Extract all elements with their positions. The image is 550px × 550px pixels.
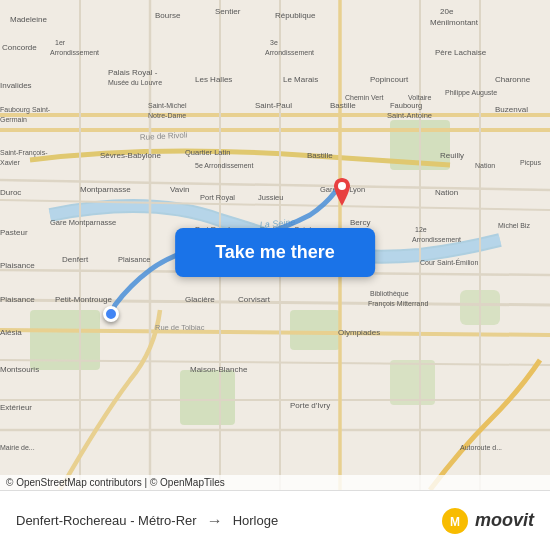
svg-text:Olympiades: Olympiades	[338, 328, 380, 337]
svg-text:Montparnasse: Montparnasse	[80, 185, 131, 194]
svg-text:Buzenval: Buzenval	[495, 105, 528, 114]
bottom-bar: Denfert-Rochereau - Métro-Rer → Horloge …	[0, 490, 550, 550]
svg-text:Extérieur: Extérieur	[0, 403, 32, 412]
take-me-there-button[interactable]: Take me there	[175, 228, 375, 277]
svg-text:Popincourt: Popincourt	[370, 75, 409, 84]
svg-text:5e Arrondissement: 5e Arrondissement	[195, 162, 253, 169]
svg-text:Porte d'Ivry: Porte d'Ivry	[290, 401, 330, 410]
svg-text:Concorde: Concorde	[2, 43, 37, 52]
svg-text:Pasteur: Pasteur	[0, 228, 28, 237]
svg-text:Nation: Nation	[435, 188, 458, 197]
svg-text:Plaisance: Plaisance	[0, 261, 35, 270]
svg-point-104	[338, 182, 346, 190]
svg-text:Montsouris: Montsouris	[0, 365, 39, 374]
svg-text:Notre-Dame: Notre-Dame	[148, 112, 186, 119]
svg-text:Petit-Montrouge: Petit-Montrouge	[55, 295, 112, 304]
svg-text:Arrondissement: Arrondissement	[265, 49, 314, 56]
svg-text:Jussieu: Jussieu	[258, 193, 283, 202]
svg-text:Michel Biz: Michel Biz	[498, 222, 530, 229]
svg-text:Quartier Latin: Quartier Latin	[185, 148, 230, 157]
moovit-logo: M moovit	[441, 507, 534, 535]
svg-text:Glacière: Glacière	[185, 295, 215, 304]
svg-text:Duroc: Duroc	[0, 188, 21, 197]
svg-text:Le Marais: Le Marais	[283, 75, 318, 84]
svg-text:12e: 12e	[415, 226, 427, 233]
svg-text:Denfert: Denfert	[62, 255, 89, 264]
svg-text:Bourse: Bourse	[155, 11, 181, 20]
svg-text:Sèvres-Babylone: Sèvres-Babylone	[100, 151, 161, 160]
svg-text:Père Lachaise: Père Lachaise	[435, 48, 487, 57]
svg-text:Xavier: Xavier	[0, 159, 21, 166]
svg-text:Maison-Blanche: Maison-Blanche	[190, 365, 248, 374]
svg-text:Gare Montparnasse: Gare Montparnasse	[50, 218, 116, 227]
svg-text:Palais Royal -: Palais Royal -	[108, 68, 158, 77]
svg-text:Charonne: Charonne	[495, 75, 531, 84]
svg-text:Sentier: Sentier	[215, 7, 241, 16]
svg-rect-4	[290, 310, 340, 350]
svg-text:Plaisance: Plaisance	[118, 255, 151, 264]
svg-text:Madeleine: Madeleine	[10, 15, 47, 24]
svg-text:Alésia: Alésia	[0, 328, 22, 337]
svg-text:Arrondissement: Arrondissement	[412, 236, 461, 243]
svg-text:Faubourg: Faubourg	[390, 101, 422, 110]
svg-text:Corvisart: Corvisart	[238, 295, 271, 304]
svg-text:Bastille: Bastille	[330, 101, 356, 110]
svg-text:Bastille: Bastille	[307, 151, 333, 160]
svg-text:Reuilly: Reuilly	[440, 151, 464, 160]
svg-text:Musée du Louvre: Musée du Louvre	[108, 79, 162, 86]
svg-text:Les Halles: Les Halles	[195, 75, 232, 84]
svg-text:Plaisance: Plaisance	[0, 295, 35, 304]
svg-text:Germain: Germain	[0, 116, 27, 123]
svg-text:Cour Saint-Émilion: Cour Saint-Émilion	[420, 258, 478, 266]
svg-text:3e: 3e	[270, 39, 278, 46]
svg-text:Mairie de...: Mairie de...	[0, 444, 35, 451]
route-info: Denfert-Rochereau - Métro-Rer → Horloge	[16, 512, 441, 530]
svg-text:Faubourg Saint-: Faubourg Saint-	[0, 106, 51, 114]
arrow-icon: →	[207, 512, 223, 530]
origin-marker	[103, 306, 119, 322]
svg-text:Philippe Auguste: Philippe Auguste	[445, 89, 497, 97]
svg-text:Saint-Michel: Saint-Michel	[148, 102, 187, 109]
svg-text:Arrondissement: Arrondissement	[50, 49, 99, 56]
svg-text:Bercy: Bercy	[350, 218, 370, 227]
attribution-text: © OpenStreetMap contributors | © OpenMap…	[6, 477, 225, 488]
svg-text:Invalides: Invalides	[0, 81, 32, 90]
svg-text:Rue de Tolbiac: Rue de Tolbiac	[155, 323, 205, 332]
from-label: Denfert-Rochereau - Métro-Rer	[16, 513, 197, 528]
moovit-logo-icon: M	[441, 507, 469, 535]
svg-text:Chemin Vert: Chemin Vert	[345, 94, 384, 101]
svg-text:Saint-Antoine: Saint-Antoine	[387, 111, 432, 120]
to-label: Horloge	[233, 513, 279, 528]
map-container: Madeleine Bourse Sentier République 20e …	[0, 0, 550, 490]
svg-text:Picpus: Picpus	[520, 159, 542, 167]
svg-rect-6	[390, 360, 435, 405]
svg-text:Saint-Paul: Saint-Paul	[255, 101, 292, 110]
svg-text:Bibliothèque: Bibliothèque	[370, 290, 409, 298]
svg-text:Autoroute d...: Autoroute d...	[460, 444, 502, 451]
map-attribution: © OpenStreetMap contributors | © OpenMap…	[0, 475, 550, 490]
svg-text:République: République	[275, 11, 316, 20]
svg-text:M: M	[450, 515, 460, 529]
svg-text:François Mitterrand: François Mitterrand	[368, 300, 428, 308]
destination-marker	[330, 178, 354, 214]
svg-text:1er: 1er	[55, 39, 66, 46]
svg-text:Ménilmontant: Ménilmontant	[430, 18, 479, 27]
svg-text:Nation: Nation	[475, 162, 495, 169]
svg-text:Saint-François-: Saint-François-	[0, 149, 48, 157]
svg-text:Voltaire: Voltaire	[408, 94, 431, 101]
moovit-brand-text: moovit	[475, 510, 534, 531]
svg-rect-3	[180, 370, 235, 425]
svg-text:Vavin: Vavin	[170, 185, 189, 194]
svg-text:Port Royal: Port Royal	[200, 193, 235, 202]
svg-text:20e: 20e	[440, 7, 454, 16]
